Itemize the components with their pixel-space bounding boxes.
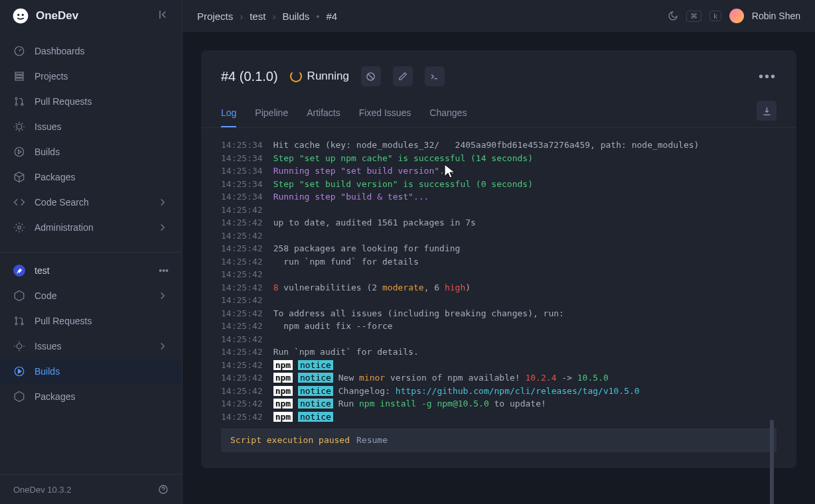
pencil-icon (398, 72, 408, 81)
tab-changes[interactable]: Changes (429, 99, 467, 127)
project-item-packages[interactable]: Packages (0, 384, 182, 409)
more-icon[interactable]: ••• (159, 265, 169, 276)
svg-point-0 (13, 9, 29, 24)
cube-icon (13, 290, 25, 302)
log-line: 14:25:34Step "set build version" is succ… (221, 178, 777, 191)
terminal-button[interactable] (425, 66, 445, 86)
pull-request-icon (13, 315, 25, 327)
sidebar-item-packages[interactable]: Packages (0, 164, 182, 190)
tab-fixed-issues[interactable]: Fixed Issues (359, 99, 411, 127)
chevron-right-icon: › (240, 11, 243, 22)
breadcrumb-builds[interactable]: Builds (282, 11, 309, 22)
scrollbar-thumb[interactable] (770, 420, 774, 504)
scrollbar[interactable] (770, 287, 774, 504)
user-name[interactable]: Robin Shen (752, 11, 800, 21)
svg-point-2 (22, 14, 24, 16)
sidebar-item-pull-requests[interactable]: Pull Requests (0, 89, 182, 114)
package-icon (13, 171, 25, 183)
sidebar-item-label: Code (35, 290, 56, 301)
code-icon (13, 196, 25, 208)
collapse-sidebar-button[interactable] (158, 9, 170, 23)
log-line: 14:25:42To address all issues (including… (221, 307, 777, 320)
chevron-right-icon (157, 221, 169, 233)
avatar[interactable] (729, 9, 744, 23)
download-icon (762, 106, 772, 116)
build-card: #4 (0.1.0) Running ••• (201, 50, 796, 468)
version-label: OneDev 10.3.2 (13, 485, 71, 495)
log-lines[interactable]: 14:25:34Hit cache (key: node_modules_32/… (221, 139, 777, 423)
sidebar-item-builds[interactable]: Builds (0, 139, 182, 164)
project-item-pull-requests[interactable]: Pull Requests (0, 308, 182, 334)
bug-icon (13, 121, 25, 133)
log-line: 14:25:42 run `npm fund` for details (221, 255, 777, 269)
breadcrumb-projects[interactable]: Projects (197, 11, 233, 22)
svg-point-14 (15, 323, 17, 325)
logo[interactable]: OneDev (12, 7, 78, 25)
log-line: 14:25:42 (221, 268, 777, 281)
chevron-right-icon (157, 340, 169, 352)
onedev-logo-icon (12, 7, 29, 25)
project-item-builds[interactable]: Builds (0, 359, 182, 384)
svg-point-13 (15, 317, 17, 319)
nav-main: Dashboards Projects Pull Requests Issues… (0, 32, 182, 247)
sidebar-item-label: Builds (35, 366, 60, 377)
sidebar-item-issues[interactable]: Issues (0, 114, 182, 139)
sidebar: OneDev Dashboards Projects Pull Requests… (0, 0, 183, 504)
sidebar-item-projects[interactable]: Projects (0, 64, 182, 89)
log-line: 14:25:42npm notice (221, 359, 777, 372)
cmd-key: ⌘ (686, 11, 702, 22)
log-line: 14:25:42Run `npm audit` for details. (221, 346, 777, 359)
log-line: 14:25:42 (221, 294, 777, 307)
log-line: 14:25:34Hit cache (key: node_modules_32/… (221, 139, 777, 152)
project-item-code[interactable]: Code (0, 283, 182, 308)
log-line: 14:25:34Running step "set build version"… (221, 164, 777, 178)
svg-point-16 (17, 344, 22, 349)
spinner-icon (290, 70, 302, 82)
log-line: 14:25:42 npm audit fix --force (221, 320, 777, 333)
sidebar-item-label: Pull Requests (35, 316, 92, 326)
pull-request-icon (13, 95, 25, 107)
tab-log[interactable]: Log (221, 99, 236, 127)
log-line: 14:25:42 (221, 333, 777, 346)
svg-point-7 (15, 97, 17, 99)
breadcrumb-project[interactable]: test (250, 11, 265, 22)
status-text: Running (307, 70, 349, 83)
project-item-issues[interactable]: Issues (0, 334, 182, 359)
resume-button[interactable]: Resume (356, 434, 388, 447)
help-icon[interactable] (158, 484, 169, 495)
edit-button[interactable] (393, 66, 413, 86)
chevron-right-icon: › (272, 11, 275, 22)
chevron-right-icon (157, 290, 169, 302)
sidebar-item-dashboards[interactable]: Dashboards (0, 38, 182, 64)
log-line: 14:25:428 vulnerabilities (2 moderate, 6… (221, 281, 777, 294)
moon-icon[interactable] (668, 11, 678, 21)
breadcrumb: Projects › test › Builds • #4 (197, 11, 337, 22)
tab-pipeline[interactable]: Pipeline (255, 99, 288, 127)
cancel-icon (366, 72, 376, 82)
stack-icon (13, 70, 25, 82)
cancel-button[interactable] (361, 66, 381, 86)
svg-point-8 (15, 103, 17, 105)
download-log-button[interactable] (757, 101, 777, 121)
log-line: 14:25:42npm notice Changelog: https://gi… (221, 385, 777, 398)
sidebar-item-label: Pull Requests (35, 96, 92, 107)
sidebar-item-administration[interactable]: Administration (0, 215, 182, 240)
bug-icon (13, 340, 25, 352)
dot-separator: • (316, 11, 319, 22)
gear-icon (13, 221, 25, 233)
main-area: Projects › test › Builds • #4 ⌘ k Robin … (183, 0, 815, 504)
k-key: k (709, 11, 721, 21)
sidebar-item-label: Dashboards (35, 46, 85, 56)
gauge-icon (13, 45, 25, 57)
sidebar-item-label: Projects (35, 71, 68, 82)
log-line: 14:25:42 (221, 204, 777, 217)
log-line: 14:25:42258 packages are looking for fun… (221, 242, 777, 255)
log-line: 14:25:34Step "set up npm cache" is succe… (221, 152, 777, 165)
sidebar-item-label: Code Search (35, 197, 89, 208)
tab-artifacts[interactable]: Artifacts (307, 99, 340, 127)
project-row[interactable]: test ••• (0, 258, 182, 283)
more-button[interactable]: ••• (759, 69, 777, 84)
app-name: OneDev (36, 9, 78, 23)
log-line: 14:25:42npm notice (221, 410, 777, 424)
sidebar-item-code-search[interactable]: Code Search (0, 190, 182, 215)
